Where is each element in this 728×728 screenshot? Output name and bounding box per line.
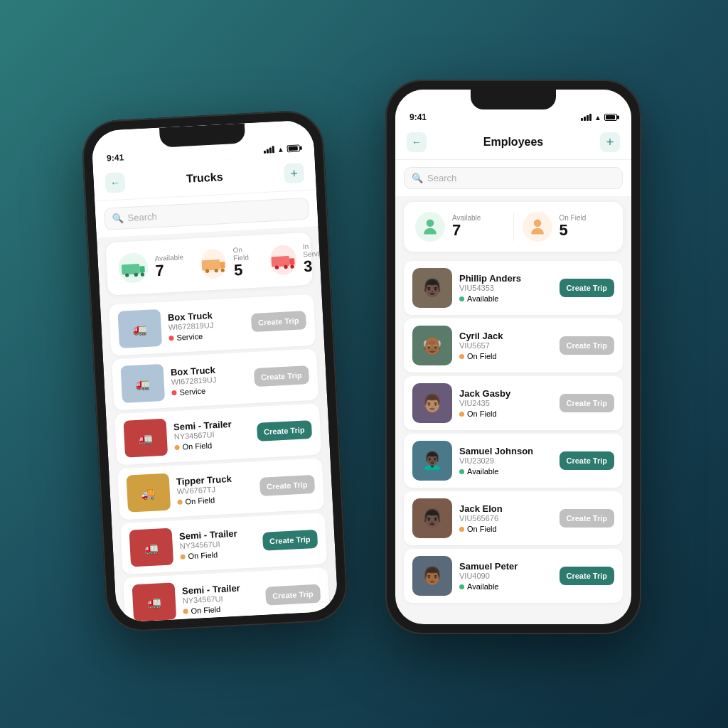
battery-icon-employees xyxy=(604,114,617,121)
list-item: 🚛 Semi - Trailer NY34567UI On Field Crea… xyxy=(120,513,327,574)
status-dot-emp-6 xyxy=(459,584,464,589)
trucks-list: 🚛 Box Truck WI672819UJ Service Create Tr… xyxy=(100,290,338,623)
truck-info-4: Tipper Truck WV6767TJ On Field xyxy=(176,473,254,507)
notch-employees xyxy=(471,90,556,109)
employee-name-3: Jack Gasby xyxy=(459,388,552,399)
stat-available-value-trucks: 7 xyxy=(155,261,185,279)
signal-icon-employees xyxy=(581,114,592,121)
status-dot-emp-2 xyxy=(459,354,464,359)
truck-image-6: 🚛 xyxy=(132,583,177,622)
status-icons-employees: ▲ xyxy=(581,114,617,122)
employee-photo-1: 👨🏿 xyxy=(412,268,452,308)
truck-image-2: 🚛 xyxy=(120,364,165,403)
search-icon-employees: 🔍 xyxy=(412,173,423,183)
employee-status-5: On Field xyxy=(459,525,552,533)
employee-photo-4: 👨🏿‍🦱 xyxy=(412,441,452,481)
truck-status-5: On Field xyxy=(180,549,256,562)
employee-photo-6: 👨🏾 xyxy=(412,556,452,596)
search-icon-trucks: 🔍 xyxy=(112,213,124,224)
time-trucks: 9:41 xyxy=(107,152,124,163)
employee-photo-5: 👨🏿 xyxy=(412,498,452,538)
status-dot-emp-5 xyxy=(459,527,464,532)
truck-info-3: Semi - Trailer NY34567UI On Field xyxy=(173,418,251,452)
create-trip-button-emp-4[interactable]: Create Trip xyxy=(560,451,614,470)
add-button-trucks[interactable]: + xyxy=(284,163,304,183)
stat-onfield-value-emp: 5 xyxy=(560,222,587,239)
employees-list: 👨🏿 Phillip Anders VIU54353 Available Cre… xyxy=(395,257,631,624)
employee-name-4: Samuel Johnson xyxy=(459,446,552,456)
create-trip-button-emp-6[interactable]: Create Trip xyxy=(560,567,614,585)
search-placeholder-employees: Search xyxy=(427,173,456,183)
create-trip-button-4[interactable]: Create Trip xyxy=(259,475,315,496)
list-item: 👨🏾 Samuel Peter VIU4090 Available Create… xyxy=(404,549,623,603)
back-arrow-trucks: ← xyxy=(110,177,121,189)
employee-id-5: VIU565676 xyxy=(459,514,552,523)
back-button-trucks[interactable]: ← xyxy=(105,172,125,193)
battery-icon-trucks xyxy=(287,144,300,152)
employee-name-5: Jack Elon xyxy=(459,503,552,514)
create-trip-button-emp-3[interactable]: Create Trip xyxy=(560,394,614,412)
employee-name-1: Phillip Anders xyxy=(459,273,552,284)
wifi-icon-employees: ▲ xyxy=(594,114,601,122)
stat-onfield-employees: On Field 5 xyxy=(523,212,612,242)
employee-name-2: Cyril Jack xyxy=(459,331,552,341)
truck-image-1: 🚛 xyxy=(117,309,162,348)
employee-status-2: On Field xyxy=(459,352,552,360)
truck-info-2: Box Truck WI672819UJ Service xyxy=(171,363,248,397)
employee-info-4: Samuel Johnson VIU23029 Available xyxy=(459,446,552,476)
create-trip-button-3[interactable]: Create Trip xyxy=(256,420,312,441)
status-dot-5 xyxy=(180,554,185,559)
search-box-trucks[interactable]: 🔍 Search xyxy=(104,198,309,230)
truck-info-1: Box Truck WI672819UJ Service xyxy=(168,309,245,343)
employee-id-1: VIU54353 xyxy=(459,284,552,292)
svg-rect-11 xyxy=(289,258,295,264)
wifi-icon-trucks: ▲ xyxy=(277,145,284,154)
truck-service-icon xyxy=(269,245,297,276)
create-trip-button-1[interactable]: Create Trip xyxy=(250,311,306,332)
create-trip-button-emp-1[interactable]: Create Trip xyxy=(560,279,614,297)
truck-onfield-icon xyxy=(200,248,227,279)
status-dot-2 xyxy=(171,390,176,395)
svg-point-4 xyxy=(141,272,145,277)
svg-rect-1 xyxy=(139,266,145,272)
status-dot-4 xyxy=(177,499,182,504)
truck-status-1: Service xyxy=(168,330,245,343)
stat-service-value-trucks: 3 xyxy=(304,257,332,275)
add-button-employees[interactable]: + xyxy=(600,132,620,152)
employee-photo-3: 👨🏽 xyxy=(412,383,452,423)
status-dot-emp-3 xyxy=(459,412,464,417)
truck-status-3: On Field xyxy=(174,439,250,452)
employee-info-3: Jack Gasby VIU2435 On Field xyxy=(459,388,552,418)
stat-onfield-trucks: On Field 5 xyxy=(200,245,254,281)
back-button-employees[interactable]: ← xyxy=(407,132,427,152)
search-container-employees: 🔍 Search xyxy=(395,160,631,196)
page-title-trucks: Trucks xyxy=(186,171,223,186)
create-trip-button-emp-5[interactable]: Create Trip xyxy=(560,509,614,528)
list-item: 👴🏾 Cyril Jack VIU5657 On Field Create Tr… xyxy=(404,318,623,373)
svg-point-16 xyxy=(533,220,541,228)
employee-info-2: Cyril Jack VIU5657 On Field xyxy=(459,331,552,360)
list-item: 👨🏿 Jack Elon VIU565676 On Field Create T… xyxy=(404,491,623,545)
employee-id-2: VIU5657 xyxy=(459,341,552,350)
employee-name-6: Samuel Peter xyxy=(459,561,552,572)
truck-info-6: Semi - Trailer NY34567UI On Field xyxy=(182,582,259,616)
employee-id-6: VIU4090 xyxy=(459,572,552,580)
status-dot-6 xyxy=(183,609,188,614)
svg-rect-6 xyxy=(220,262,225,268)
create-trip-button-emp-2[interactable]: Create Trip xyxy=(560,336,614,355)
employee-status-1: Available xyxy=(459,294,552,303)
list-item: 👨🏽 Jack Gasby VIU2435 On Field Create Tr… xyxy=(404,376,623,430)
truck-status-4: On Field xyxy=(177,494,253,507)
search-placeholder-trucks: Search xyxy=(127,211,157,223)
create-trip-button-5[interactable]: Create Trip xyxy=(262,530,318,551)
search-box-employees[interactable]: 🔍 Search xyxy=(404,167,623,189)
create-trip-button-2[interactable]: Create Trip xyxy=(253,365,309,387)
stat-available-trucks: Available 7 xyxy=(117,250,184,284)
stat-service-label-trucks: In Service xyxy=(302,241,331,258)
truck-status-6: On Field xyxy=(183,603,259,616)
header-employees: ← Employees + xyxy=(395,125,631,160)
create-trip-button-6[interactable]: Create Trip xyxy=(265,584,321,606)
stat-onfield-label-trucks: On Field xyxy=(232,245,253,262)
employee-status-3: On Field xyxy=(459,410,552,418)
stat-available-value-emp: 7 xyxy=(452,222,481,239)
